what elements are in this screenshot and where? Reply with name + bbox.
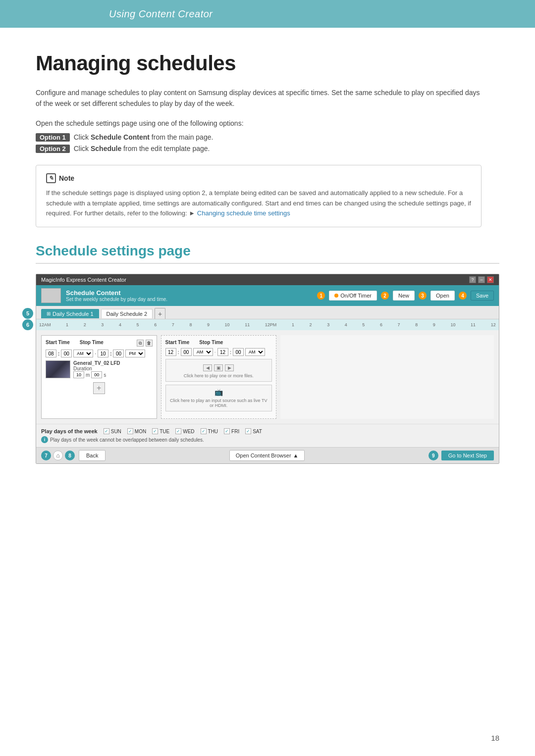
save-button[interactable]: Save [471,291,494,301]
slot1-start-ampm[interactable]: AMPM [73,350,93,357]
slot2-stop-label: Stop Time [199,340,223,345]
toolbar-title-main: Schedule Content [66,289,167,297]
app-logo [41,288,61,303]
new-button[interactable]: New [393,291,415,301]
note-link[interactable]: Changing schedule time settings [197,209,290,217]
timeline-label-1: 1 [66,322,68,327]
ui-title-bar-text: MagicInfo Express Content Creator [41,277,126,283]
timeline-label-1pm: 1 [292,322,294,327]
slot2-next-btn[interactable]: ▶ [225,364,234,371]
go-to-next-step-button[interactable]: Go to Next Step [441,451,494,460]
ui-toolbar: Schedule Content Set the weekly schedule… [36,285,499,306]
slot2-media-text: Click here to play one or more files. [168,373,270,378]
ui-bottom-right: 9 Go to Next Step [428,451,494,460]
slot2-stop-min[interactable] [233,348,244,356]
playday-note: i Play days of the week cannot be overla… [41,436,494,443]
back-button[interactable]: Back [79,450,106,461]
header-bar: Using Content Creator [0,0,535,28]
page-title: Managing schedules [36,51,499,75]
callout-9: 9 [428,451,438,460]
slot2-source-text: Click here to play an input source such … [168,398,270,408]
option1-bold: Schedule Content [91,133,150,141]
tab-daily-schedule-1[interactable]: ⊞ Daily Schedule 1 [41,309,99,318]
timeline-label-2pm: 2 [310,322,312,327]
open-button[interactable]: Open [430,291,455,301]
day-sun[interactable]: ✓SUN [104,428,121,434]
slot1-delete-icon[interactable]: 🗑 [146,340,153,347]
slot1-content-preview: General_TV_02 LFD Duration m s [46,360,153,378]
timeline-label-6: 6 [154,322,157,327]
tab1-icon: ⊞ [47,311,51,316]
slot1-time-row: : AMPM · : AMPM [46,350,153,357]
schedule-slot-1: Start Time Stop Time ⧉ 🗑 : AMPM · [41,335,157,419]
note-text: If the schedule settings page is display… [46,188,471,219]
timeline-label-10: 10 [225,322,230,327]
add-schedule-tab-button[interactable]: + [155,308,165,319]
timeline-label-7pm: 7 [398,322,400,327]
option2-label: Option 2 [36,145,70,153]
step2-badge: 2 [381,292,389,300]
slot1-start-min[interactable] [61,350,72,357]
slot2-source-icon: 📺 [168,388,270,396]
timeline-label-3: 3 [101,322,104,327]
slot1-duration-val[interactable] [73,371,84,378]
option1-label: Option 1 [36,133,70,142]
step1-badge: 1 [317,292,325,300]
day-tue[interactable]: ✓TUE [152,428,169,434]
slot2-source-area[interactable]: 📺 Click here to play an input source suc… [165,385,272,411]
day-sat[interactable]: ✓SAT [245,428,262,434]
close-button[interactable]: ✕ [487,276,494,283]
slot2-prev-btn[interactable]: ◀ [203,364,212,371]
open-content-browser-button[interactable]: Open Content Browser ▲ [229,450,305,461]
slot2-stop-hour[interactable] [217,348,228,356]
day-wed[interactable]: ✓WED [175,428,194,434]
day-mon[interactable]: ✓MON [127,428,146,434]
slot2-start-min[interactable] [181,348,192,356]
slot2-start-ampm[interactable]: AMPM [193,348,213,356]
slot1-stop-ampm[interactable]: AMPM [125,350,145,357]
callout-6: 6 [22,319,33,330]
slot1-stop-label: Stop Time [80,340,104,347]
bottom-callouts-left: 7 ⌂ 8 [41,451,75,460]
day-fri[interactable]: ✓FRI [224,428,239,434]
timer-dot-icon [334,294,338,298]
chevron-up-icon: ▲ [293,453,299,458]
timeline-label-4: 4 [119,322,121,327]
slot1-start-hour[interactable] [46,350,56,357]
schedule-empty-area [280,335,494,419]
timeline-label-11: 11 [245,322,250,327]
day-thu[interactable]: ✓THU [201,428,218,434]
main-content: Managing schedules Configure and manage … [0,28,535,494]
slot2-media-area[interactable]: ◀ ▣ ▶ Click here to play one or more fil… [165,359,272,382]
schedule-ui: MagicInfo Express Content Creator ? – ✕ … [36,274,499,464]
timeline-label-3pm: 3 [327,322,329,327]
ui-toolbar-right: 1 On/Off Timer 2 New 3 Open 4 Save [317,291,494,301]
option1-text: Click Schedule Content from the main pag… [74,133,214,141]
schedule-grid: Start Time Stop Time ⧉ 🗑 : AMPM · [36,330,499,424]
home-icon[interactable]: ⌂ [53,451,63,460]
slot2-stop-ampm[interactable]: AMPM [245,348,265,356]
note-box: ✎ Note If the schedule settings page is … [36,165,482,227]
slot1-copy-icon[interactable]: ⧉ [137,340,144,347]
slot1-stop-hour[interactable] [98,350,108,357]
ui-title-bar: MagicInfo Express Content Creator ? – ✕ [36,274,499,285]
tab-daily-schedule-2[interactable]: Daily Schedule 2 [101,309,153,318]
timeline-label-6pm: 6 [380,322,382,327]
timeline-label-4pm: 4 [345,322,347,327]
timeline-labels: 12AM 1 2 3 4 5 6 7 8 9 10 11 12PM 1 2 3 … [39,322,496,327]
option2-bold: Schedule [91,145,121,152]
slot2-img-btn[interactable]: ▣ [214,364,223,371]
timeline-label-12end: 12 [491,322,496,327]
on-off-timer-button[interactable]: On/Off Timer [329,291,377,301]
slot2-start-hour[interactable] [165,348,176,356]
slot1-icons: ⧉ 🗑 [137,340,153,347]
slot1-stop-min[interactable] [113,350,124,357]
slot1-duration: Duration [73,366,120,371]
slot1-add-button[interactable]: + [93,382,105,394]
slot1-duration-sec[interactable] [91,371,102,378]
section-title: Schedule settings page [36,243,499,264]
minimize-button[interactable]: – [478,276,485,283]
help-button[interactable]: ? [469,276,476,283]
note-icon: ✎ [46,173,56,183]
callout-7: 7 [41,451,51,460]
